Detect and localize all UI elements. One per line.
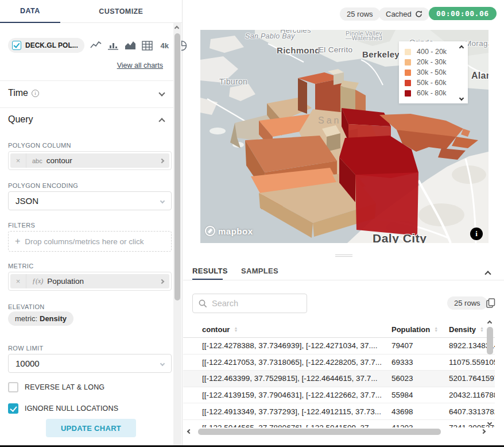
scroll-left-icon[interactable] — [187, 429, 192, 434]
table-vertical-scrollbar[interactable] — [486, 319, 494, 428]
query-section-header[interactable]: Query — [8, 114, 164, 125]
table-row[interactable]: [[-122.4217053, 37.7318065], [-122.42282… — [183, 354, 495, 371]
table-row[interactable]: [[-122.4278388, 37.7346939], [-122.42710… — [183, 338, 495, 354]
metric-control[interactable]: × ƒ(x) Population — [8, 272, 172, 291]
cell-population: 41203 — [382, 423, 439, 427]
copy-icon[interactable] — [486, 298, 495, 310]
remove-icon[interactable]: × — [10, 153, 26, 168]
table-row[interactable]: [[-122.5044565, 37.7880676], [-122.50415… — [183, 420, 495, 427]
refresh-icon[interactable] — [415, 10, 422, 18]
deckgl-map[interactable]: San Francisco — [200, 30, 489, 243]
time-section-header[interactable]: Time i — [8, 88, 164, 98]
elevation-metric-pill[interactable]: metric: Density — [8, 311, 73, 326]
tab-samples[interactable]: SAMPLES — [241, 267, 278, 275]
chevron-down-icon — [160, 198, 165, 203]
data-panel: DATA CUSTOMIZE DECK.GL POL... 4k — [0, 0, 183, 445]
chart-explorer: DATA CUSTOMIZE DECK.GL POL... 4k — [0, 0, 504, 447]
column-header-population[interactable]: Population ▲▼ — [382, 325, 439, 334]
scroll-up-icon[interactable] — [175, 26, 179, 30]
legend-label: 400 - 20k — [417, 48, 447, 56]
divider — [0, 80, 173, 81]
results-search[interactable] — [192, 294, 307, 313]
map-legend[interactable]: 400 - 20k 20k - 30k 30k - 50k 50k - 60k … — [399, 41, 468, 103]
table-icon[interactable] — [142, 40, 153, 51]
bar-chart-icon[interactable] — [107, 40, 119, 51]
cached-badge[interactable]: Cached — [379, 7, 429, 21]
tab-data[interactable]: DATA — [0, 0, 60, 23]
map-label-alameda: Alameda — [471, 71, 489, 81]
elevation-value: Density — [40, 314, 67, 323]
polygon-encoding-select[interactable]: JSON — [8, 191, 172, 210]
cell-contour: [[-122.4217053, 37.7318065], [-122.42282… — [192, 358, 382, 367]
update-chart-button[interactable]: UPDATE CHART — [46, 419, 136, 437]
elevation-prefix: metric: — [15, 314, 37, 323]
line-chart-icon[interactable] — [90, 40, 102, 51]
legend-label: 50k - 60k — [417, 79, 446, 87]
area-chart-icon[interactable] — [125, 40, 136, 51]
map-label-el-cerrito: El Cerrito — [319, 45, 352, 54]
cell-population: 79407 — [382, 341, 439, 350]
sort-icon[interactable]: ▲▼ — [480, 327, 484, 332]
map-label-tiburon: Tiburon — [219, 77, 247, 86]
chevron-down-icon — [158, 90, 165, 96]
4k-icon[interactable]: 4k — [159, 40, 170, 51]
metric-type-badge: ƒ(x) — [32, 277, 43, 286]
checkbox-unchecked[interactable] — [8, 382, 18, 392]
tab-customize[interactable]: CUSTOMIZE — [60, 0, 182, 23]
view-all-charts-link[interactable]: View all charts — [0, 61, 163, 70]
query-timer-badge: 00:00:00.06 — [429, 7, 497, 20]
scroll-up-icon[interactable] — [487, 321, 492, 325]
column-header-contour[interactable]: contour ▲▼ — [192, 325, 382, 334]
legend-item: 30k - 50k — [405, 67, 463, 78]
sort-icon[interactable]: ▲▼ — [434, 327, 438, 332]
legend-swatch — [405, 80, 411, 86]
column-label: Population — [391, 325, 430, 334]
filters-drop-zone[interactable]: + Drop columns/metrics here or click — [8, 231, 172, 252]
expand-icon[interactable] — [154, 274, 169, 288]
column-type-badge: abc — [32, 157, 42, 164]
ignore-null-row[interactable]: IGNORE NULL LOCATIONS — [8, 403, 118, 414]
table-row[interactable]: [[-122.463399, 37.7529815], [-122.464461… — [183, 371, 495, 387]
sort-icon[interactable]: ▲▼ — [234, 327, 238, 332]
table-row[interactable]: [[-122.4913349, 37.737293], [-122.491211… — [183, 403, 495, 420]
row-limit-label: ROW LIMIT — [8, 345, 44, 352]
mapbox-logo[interactable]: mapbox — [205, 226, 253, 236]
table-horizontal-scrollbar[interactable] — [187, 427, 489, 436]
map-label-richmond: Richmond — [277, 45, 320, 55]
row-limit-select[interactable]: 10000 — [8, 354, 172, 373]
map-label-hercules: Hercules — [280, 30, 311, 34]
panel-tabs: DATA CUSTOMIZE — [0, 0, 182, 23]
time-title: Time — [8, 88, 28, 98]
polygon-column-control[interactable]: × abc contour — [8, 151, 172, 170]
map-attribution-info-icon[interactable]: i — [470, 228, 483, 240]
results-panel: RESULTS SAMPLES 25 rows contour ▲▼ Popul… — [183, 261, 504, 445]
remove-icon[interactable]: × — [10, 274, 26, 288]
metric-value: Population — [47, 277, 84, 286]
panel-resize-handle[interactable] — [335, 253, 352, 258]
cell-contour: [[-122.463399, 37.7529815], [-122.464461… — [192, 374, 382, 383]
map-label-pinole-valley: Pinole Valley —Watershed — [346, 31, 382, 40]
table-header: contour ▲▼ Population ▲▼ Density ▲▼ — [183, 322, 495, 338]
scrollbar-thumb[interactable] — [198, 429, 441, 435]
reverse-latlong-row[interactable]: REVERSE LAT & LONG — [8, 382, 104, 392]
expand-icon[interactable] — [154, 153, 169, 168]
checkbox-checked[interactable] — [8, 403, 18, 414]
info-icon: i — [32, 90, 39, 97]
scroll-right-icon[interactable] — [481, 429, 486, 434]
legend-swatch — [405, 59, 411, 65]
polygon-encoding-label: POLYGON ENCODING — [8, 182, 78, 189]
scrollbar-thumb[interactable] — [487, 327, 493, 354]
scrollbar-thumb[interactable] — [175, 33, 180, 300]
map-label-line: —Watershed — [346, 36, 382, 40]
search-icon — [199, 299, 207, 308]
scroll-down-icon[interactable] — [487, 421, 492, 425]
selected-viz-type[interactable]: DECK.GL POL... — [8, 38, 84, 53]
tab-results[interactable]: RESULTS — [192, 267, 228, 275]
search-input[interactable] — [212, 299, 298, 308]
left-panel-scrollbar[interactable] — [173, 23, 181, 445]
table-row[interactable]: [[-122.4139159, 37.7904631], [-122.41226… — [183, 387, 495, 404]
viz-checked-icon — [12, 41, 21, 50]
polygon-column-label: POLYGON COLUMN — [8, 142, 71, 149]
legend-swatch — [405, 90, 411, 97]
collapse-results-icon[interactable] — [486, 268, 490, 279]
